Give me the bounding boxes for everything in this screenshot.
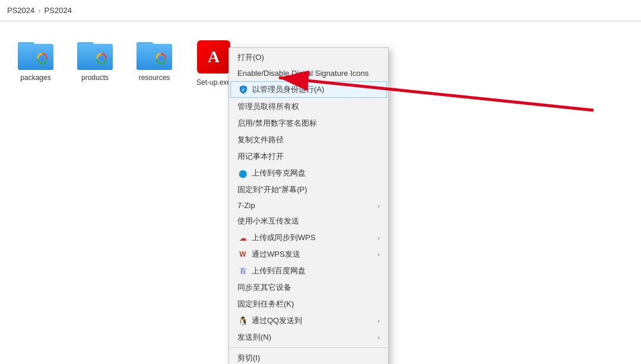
menu-label-copy-path: 复制文件路径	[237, 135, 284, 145]
submenu-arrow-send-wps: ›	[377, 251, 380, 258]
exe-icon-setup: A	[196, 39, 231, 75]
menu-item-sync-devices[interactable]: 同步至其它设备	[229, 279, 388, 296]
menu-item-xiaomi-share[interactable]: 使用小米互传发送	[229, 213, 388, 229]
chrome-overlay-packages	[36, 52, 51, 68]
menu-item-send-wps[interactable]: W 通过WPS发送 ›	[229, 246, 388, 263]
menu-label-enable-sign: 启用/禁用数字签名图标	[237, 118, 317, 129]
menu-label-upload-sync-wps: 上传或同步到WPS	[252, 232, 316, 243]
explorer-content: packages products	[0, 21, 641, 364]
menu-label-open-notepad: 用记事本打开	[237, 151, 284, 162]
menu-item-copy-path[interactable]: 复制文件路径	[229, 132, 388, 148]
menu-item-run-as-admin[interactable]: ✓ 以管理员身份运行(A)	[230, 81, 387, 98]
wps-icon: W	[237, 249, 248, 260]
menu-label-cut: 剪切(I)	[237, 353, 260, 363]
folder-icon-products	[77, 39, 113, 70]
file-label-setup: Set-up.exe	[196, 78, 231, 87]
folder-products[interactable]: products	[71, 39, 119, 82]
menu-label-upload-baidu: 上传到百度网盘	[252, 266, 306, 276]
context-menu: 打开(O) Enable/Disable Digital Signature I…	[229, 47, 389, 364]
chrome-overlay-resources	[154, 52, 170, 68]
svg-point-5	[158, 56, 163, 60]
menu-label-pin-taskbar: 固定到任务栏(K)	[237, 299, 294, 309]
chrome-overlay-products	[95, 52, 110, 68]
breadcrumb-separator: ›	[38, 6, 40, 15]
submenu-arrow-qq: ›	[377, 317, 380, 324]
menu-label-7zip: 7-Zip	[237, 201, 255, 210]
menu-item-take-ownership[interactable]: 管理员取得所有权	[229, 98, 388, 115]
menu-item-open-notepad[interactable]: 用记事本打开	[229, 148, 388, 165]
menu-item-pin-start[interactable]: 固定到"开始"屏幕(P)	[229, 181, 388, 198]
folder-resources[interactable]: resources	[131, 39, 178, 82]
address-bar: PS2024 › PS2024	[0, 0, 641, 21]
submenu-arrow-wps-cloud: ›	[377, 234, 380, 241]
menu-label-enable-disable-digital: Enable/Disable Digital Signature Icons	[237, 69, 369, 78]
submenu-arrow-send-to: ›	[377, 334, 380, 341]
svg-point-1	[40, 56, 44, 60]
submenu-arrow-7zip: ›	[377, 202, 380, 209]
menu-item-open[interactable]: 打开(O)	[229, 49, 388, 66]
folder-packages[interactable]: packages	[12, 39, 59, 82]
menu-item-7zip[interactable]: 7-Zip ›	[229, 198, 388, 213]
breadcrumb-path2: PS2024	[45, 6, 72, 15]
menu-label-run-as-admin: 以管理员身份运行(A)	[252, 84, 324, 95]
menu-item-enable-disable-digital[interactable]: Enable/Disable Digital Signature Icons	[229, 66, 388, 81]
menu-label-upload-quark: 上传到夸克网盘	[252, 168, 306, 178]
menu-label-send-qq: 通过QQ发送到	[252, 315, 302, 326]
shield-uac-icon: ✓	[238, 84, 249, 95]
menu-item-pin-taskbar[interactable]: 固定到任务栏(K)	[229, 296, 388, 312]
baidu-icon: 百	[237, 266, 248, 276]
folder-label-products: products	[81, 74, 109, 82]
quark-icon: ⬤	[237, 168, 248, 178]
separator-after-send-to	[229, 347, 388, 348]
menu-item-cut[interactable]: 剪切(I)	[229, 350, 388, 364]
wps-cloud-icon: ☁	[237, 232, 248, 243]
folder-label-packages: packages	[20, 74, 50, 82]
breadcrumb-path1: PS2024	[7, 6, 34, 15]
folder-label-resources: resources	[139, 74, 170, 82]
menu-label-open: 打开(O)	[237, 52, 264, 63]
menu-item-send-qq[interactable]: 🐧 通过QQ发送到 ›	[229, 312, 388, 329]
menu-label-take-ownership: 管理员取得所有权	[237, 101, 299, 112]
menu-item-upload-quark[interactable]: ⬤ 上传到夸克网盘	[229, 165, 388, 181]
adobe-logo: A	[197, 40, 230, 74]
menu-item-upload-sync-wps[interactable]: ☁ 上传或同步到WPS ›	[229, 229, 388, 246]
qq-icon: 🐧	[237, 315, 248, 326]
menu-label-send-to: 发送到(N)	[237, 332, 271, 343]
svg-text:✓: ✓	[242, 88, 245, 92]
menu-label-send-wps: 通过WPS发送	[252, 249, 300, 260]
menu-label-xiaomi-share: 使用小米互传发送	[237, 216, 299, 226]
folder-icon-resources	[137, 39, 172, 70]
menu-item-upload-baidu[interactable]: 百 上传到百度网盘	[229, 263, 388, 279]
svg-point-3	[99, 56, 103, 60]
menu-item-send-to[interactable]: 发送到(N) ›	[229, 329, 388, 346]
folder-icon-packages	[18, 39, 53, 70]
menu-item-enable-sign[interactable]: 启用/禁用数字签名图标	[229, 115, 388, 132]
menu-label-sync-devices: 同步至其它设备	[237, 282, 291, 293]
menu-label-pin-start: 固定到"开始"屏幕(P)	[237, 184, 307, 195]
